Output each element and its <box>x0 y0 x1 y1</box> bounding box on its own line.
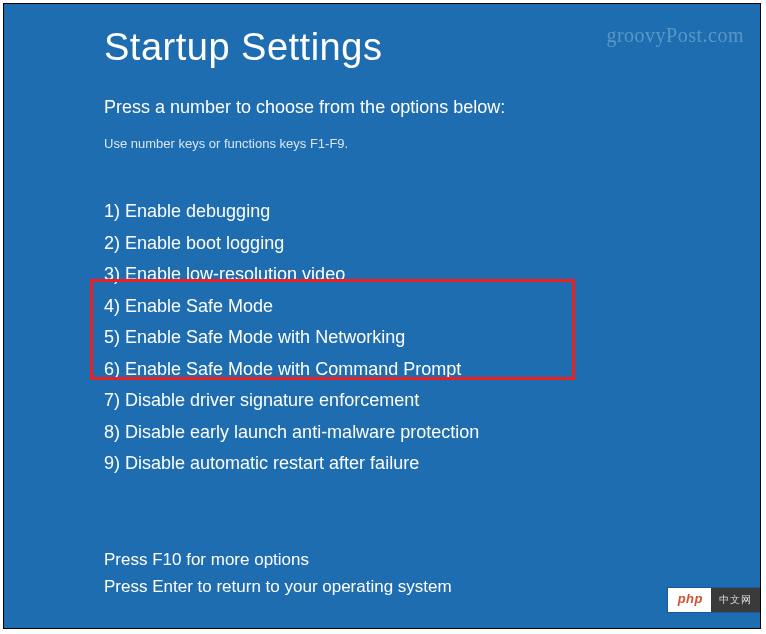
option-8-disable-anti-malware[interactable]: 8) Disable early launch anti-malware pro… <box>104 417 660 449</box>
source-badge: php 中文网 <box>668 588 760 612</box>
badge-zhongwen-label: 中文网 <box>711 588 760 612</box>
option-7-disable-driver-signature[interactable]: 7) Disable driver signature enforcement <box>104 385 660 417</box>
badge-php-label: php <box>668 588 711 612</box>
option-3-enable-low-resolution-video[interactable]: 3) Enable low-resolution video <box>104 259 660 291</box>
option-2-enable-boot-logging[interactable]: 2) Enable boot logging <box>104 228 660 260</box>
options-list: 1) Enable debugging 2) Enable boot loggi… <box>104 196 660 480</box>
return-instruction: Press Enter to return to your operating … <box>104 573 452 600</box>
option-1-enable-debugging[interactable]: 1) Enable debugging <box>104 196 660 228</box>
startup-settings-screen: Startup Settings Press a number to choos… <box>3 3 761 629</box>
page-title: Startup Settings <box>104 26 660 69</box>
footer-instructions: Press F10 for more options Press Enter t… <box>104 546 452 600</box>
more-options-instruction: Press F10 for more options <box>104 546 452 573</box>
hint-text: Use number keys or functions keys F1-F9. <box>104 136 660 151</box>
option-9-disable-automatic-restart[interactable]: 9) Disable automatic restart after failu… <box>104 448 660 480</box>
option-6-enable-safe-mode-command-prompt[interactable]: 6) Enable Safe Mode with Command Prompt <box>104 354 660 386</box>
option-5-enable-safe-mode-networking[interactable]: 5) Enable Safe Mode with Networking <box>104 322 660 354</box>
option-4-enable-safe-mode[interactable]: 4) Enable Safe Mode <box>104 291 660 323</box>
instruction-text: Press a number to choose from the option… <box>104 97 660 118</box>
